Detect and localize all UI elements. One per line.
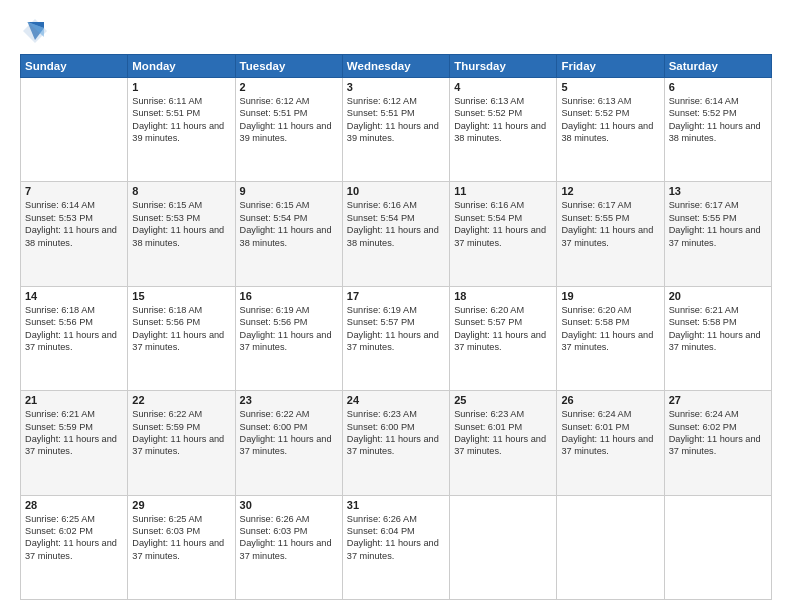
day-number: 16 — [240, 290, 338, 302]
calendar-cell: 21Sunrise: 6:21 AMSunset: 5:59 PMDayligh… — [21, 391, 128, 495]
calendar-cell: 24Sunrise: 6:23 AMSunset: 6:00 PMDayligh… — [342, 391, 449, 495]
day-number: 3 — [347, 81, 445, 93]
day-number: 19 — [561, 290, 659, 302]
calendar-week-row: 21Sunrise: 6:21 AMSunset: 5:59 PMDayligh… — [21, 391, 772, 495]
cell-info: Sunrise: 6:17 AMSunset: 5:55 PMDaylight:… — [561, 199, 659, 249]
logo-icon — [20, 16, 50, 46]
cell-info: Sunrise: 6:12 AMSunset: 5:51 PMDaylight:… — [240, 95, 338, 145]
cell-info: Sunrise: 6:20 AMSunset: 5:58 PMDaylight:… — [561, 304, 659, 354]
calendar-cell: 19Sunrise: 6:20 AMSunset: 5:58 PMDayligh… — [557, 286, 664, 390]
calendar-cell: 14Sunrise: 6:18 AMSunset: 5:56 PMDayligh… — [21, 286, 128, 390]
cell-info: Sunrise: 6:15 AMSunset: 5:54 PMDaylight:… — [240, 199, 338, 249]
cell-info: Sunrise: 6:14 AMSunset: 5:53 PMDaylight:… — [25, 199, 123, 249]
cell-info: Sunrise: 6:22 AMSunset: 6:00 PMDaylight:… — [240, 408, 338, 458]
day-number: 10 — [347, 185, 445, 197]
calendar-cell: 16Sunrise: 6:19 AMSunset: 5:56 PMDayligh… — [235, 286, 342, 390]
cell-info: Sunrise: 6:18 AMSunset: 5:56 PMDaylight:… — [132, 304, 230, 354]
day-number: 7 — [25, 185, 123, 197]
day-number: 2 — [240, 81, 338, 93]
day-number: 11 — [454, 185, 552, 197]
weekday-header-wednesday: Wednesday — [342, 55, 449, 78]
cell-info: Sunrise: 6:18 AMSunset: 5:56 PMDaylight:… — [25, 304, 123, 354]
cell-info: Sunrise: 6:19 AMSunset: 5:56 PMDaylight:… — [240, 304, 338, 354]
calendar-cell: 6Sunrise: 6:14 AMSunset: 5:52 PMDaylight… — [664, 78, 771, 182]
calendar-cell: 22Sunrise: 6:22 AMSunset: 5:59 PMDayligh… — [128, 391, 235, 495]
day-number: 13 — [669, 185, 767, 197]
calendar-cell: 2Sunrise: 6:12 AMSunset: 5:51 PMDaylight… — [235, 78, 342, 182]
day-number: 27 — [669, 394, 767, 406]
cell-info: Sunrise: 6:23 AMSunset: 6:00 PMDaylight:… — [347, 408, 445, 458]
weekday-header-sunday: Sunday — [21, 55, 128, 78]
day-number: 9 — [240, 185, 338, 197]
cell-info: Sunrise: 6:25 AMSunset: 6:02 PMDaylight:… — [25, 513, 123, 563]
day-number: 22 — [132, 394, 230, 406]
calendar-cell: 7Sunrise: 6:14 AMSunset: 5:53 PMDaylight… — [21, 182, 128, 286]
cell-info: Sunrise: 6:12 AMSunset: 5:51 PMDaylight:… — [347, 95, 445, 145]
calendar-cell: 20Sunrise: 6:21 AMSunset: 5:58 PMDayligh… — [664, 286, 771, 390]
day-number: 25 — [454, 394, 552, 406]
calendar-cell — [664, 495, 771, 599]
logo — [20, 16, 54, 46]
day-number: 24 — [347, 394, 445, 406]
cell-info: Sunrise: 6:24 AMSunset: 6:02 PMDaylight:… — [669, 408, 767, 458]
day-number: 15 — [132, 290, 230, 302]
calendar-cell: 26Sunrise: 6:24 AMSunset: 6:01 PMDayligh… — [557, 391, 664, 495]
cell-info: Sunrise: 6:21 AMSunset: 5:58 PMDaylight:… — [669, 304, 767, 354]
calendar-cell: 25Sunrise: 6:23 AMSunset: 6:01 PMDayligh… — [450, 391, 557, 495]
day-number: 20 — [669, 290, 767, 302]
calendar-cell: 28Sunrise: 6:25 AMSunset: 6:02 PMDayligh… — [21, 495, 128, 599]
day-number: 8 — [132, 185, 230, 197]
cell-info: Sunrise: 6:24 AMSunset: 6:01 PMDaylight:… — [561, 408, 659, 458]
weekday-header-saturday: Saturday — [664, 55, 771, 78]
header — [20, 16, 772, 46]
cell-info: Sunrise: 6:17 AMSunset: 5:55 PMDaylight:… — [669, 199, 767, 249]
weekday-header-tuesday: Tuesday — [235, 55, 342, 78]
cell-info: Sunrise: 6:16 AMSunset: 5:54 PMDaylight:… — [454, 199, 552, 249]
cell-info: Sunrise: 6:25 AMSunset: 6:03 PMDaylight:… — [132, 513, 230, 563]
calendar-cell: 18Sunrise: 6:20 AMSunset: 5:57 PMDayligh… — [450, 286, 557, 390]
day-number: 18 — [454, 290, 552, 302]
day-number: 29 — [132, 499, 230, 511]
calendar-cell: 9Sunrise: 6:15 AMSunset: 5:54 PMDaylight… — [235, 182, 342, 286]
calendar-cell: 17Sunrise: 6:19 AMSunset: 5:57 PMDayligh… — [342, 286, 449, 390]
calendar-week-row: 28Sunrise: 6:25 AMSunset: 6:02 PMDayligh… — [21, 495, 772, 599]
cell-info: Sunrise: 6:26 AMSunset: 6:03 PMDaylight:… — [240, 513, 338, 563]
cell-info: Sunrise: 6:13 AMSunset: 5:52 PMDaylight:… — [454, 95, 552, 145]
weekday-header-friday: Friday — [557, 55, 664, 78]
day-number: 31 — [347, 499, 445, 511]
calendar: SundayMondayTuesdayWednesdayThursdayFrid… — [20, 54, 772, 600]
day-number: 26 — [561, 394, 659, 406]
calendar-cell: 3Sunrise: 6:12 AMSunset: 5:51 PMDaylight… — [342, 78, 449, 182]
cell-info: Sunrise: 6:11 AMSunset: 5:51 PMDaylight:… — [132, 95, 230, 145]
calendar-cell: 31Sunrise: 6:26 AMSunset: 6:04 PMDayligh… — [342, 495, 449, 599]
day-number: 4 — [454, 81, 552, 93]
weekday-header-row: SundayMondayTuesdayWednesdayThursdayFrid… — [21, 55, 772, 78]
day-number: 23 — [240, 394, 338, 406]
cell-info: Sunrise: 6:16 AMSunset: 5:54 PMDaylight:… — [347, 199, 445, 249]
day-number: 17 — [347, 290, 445, 302]
cell-info: Sunrise: 6:13 AMSunset: 5:52 PMDaylight:… — [561, 95, 659, 145]
calendar-cell: 29Sunrise: 6:25 AMSunset: 6:03 PMDayligh… — [128, 495, 235, 599]
calendar-cell: 15Sunrise: 6:18 AMSunset: 5:56 PMDayligh… — [128, 286, 235, 390]
calendar-week-row: 7Sunrise: 6:14 AMSunset: 5:53 PMDaylight… — [21, 182, 772, 286]
cell-info: Sunrise: 6:20 AMSunset: 5:57 PMDaylight:… — [454, 304, 552, 354]
day-number: 28 — [25, 499, 123, 511]
day-number: 1 — [132, 81, 230, 93]
day-number: 6 — [669, 81, 767, 93]
calendar-cell: 4Sunrise: 6:13 AMSunset: 5:52 PMDaylight… — [450, 78, 557, 182]
calendar-cell: 8Sunrise: 6:15 AMSunset: 5:53 PMDaylight… — [128, 182, 235, 286]
calendar-week-row: 1Sunrise: 6:11 AMSunset: 5:51 PMDaylight… — [21, 78, 772, 182]
calendar-cell — [450, 495, 557, 599]
calendar-cell — [557, 495, 664, 599]
cell-info: Sunrise: 6:21 AMSunset: 5:59 PMDaylight:… — [25, 408, 123, 458]
calendar-cell: 30Sunrise: 6:26 AMSunset: 6:03 PMDayligh… — [235, 495, 342, 599]
day-number: 30 — [240, 499, 338, 511]
calendar-cell: 5Sunrise: 6:13 AMSunset: 5:52 PMDaylight… — [557, 78, 664, 182]
calendar-cell: 11Sunrise: 6:16 AMSunset: 5:54 PMDayligh… — [450, 182, 557, 286]
day-number: 14 — [25, 290, 123, 302]
cell-info: Sunrise: 6:15 AMSunset: 5:53 PMDaylight:… — [132, 199, 230, 249]
day-number: 12 — [561, 185, 659, 197]
calendar-cell: 13Sunrise: 6:17 AMSunset: 5:55 PMDayligh… — [664, 182, 771, 286]
calendar-cell: 1Sunrise: 6:11 AMSunset: 5:51 PMDaylight… — [128, 78, 235, 182]
weekday-header-monday: Monday — [128, 55, 235, 78]
